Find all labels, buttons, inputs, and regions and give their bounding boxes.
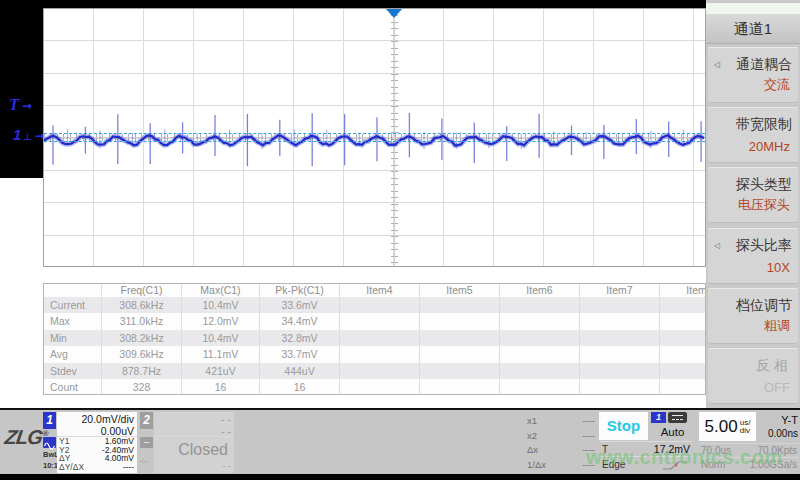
cursor-y2-line[interactable]: [44, 141, 705, 142]
stat-value-cell: 33.6mV: [260, 297, 340, 313]
stat-row-label: Stdev: [44, 363, 102, 379]
ch2-vdiv-placeholder: - -: [154, 412, 234, 425]
stat-value-cell: 444uV: [260, 363, 340, 379]
menu-item-2[interactable]: 带宽限制20MHz: [708, 107, 798, 163]
stat-value-cell: [660, 313, 706, 329]
stat-value-cell: [500, 363, 580, 379]
brand-text: ZLG: [4, 426, 44, 448]
stat-value-cell: [500, 313, 580, 329]
oscilloscope-screen: T→ 1⊥→ Freq(C1)Max(C1)Pk-Pk(C1)Item4Item…: [0, 0, 800, 480]
menu-item-label: 档位调节: [736, 297, 792, 315]
stat-value-cell: 421uV: [182, 363, 260, 379]
table-row: Stdev878.7Hz421uV444uV: [44, 363, 705, 379]
stat-value-cell: 328: [102, 379, 182, 395]
channel1-offset-marker[interactable]: 1⊥→: [13, 126, 45, 143]
stat-value-cell: [420, 313, 500, 329]
timebase-scale-box[interactable]: 5.00 us/div: [699, 412, 756, 441]
measurement-table-body: Current308.6kHz10.4mV33.6mVMax311.0kHz12…: [44, 297, 705, 395]
ch2-mini-flag: -:-: [140, 457, 147, 464]
x-cursor-row: Δx----: [527, 443, 595, 458]
display-mode: Y-T: [758, 414, 798, 426]
ch1-volts-per-div: 20.0mV/div: [57, 412, 137, 425]
ch1-cursor-row: ΔY/ΔX----: [57, 463, 137, 472]
timebase-scale: 5.00: [705, 417, 738, 437]
table-row: Min308.2kHz10.4mV32.8mV: [44, 330, 705, 346]
table-row: Avg309.6kHz11.1mV33.7mV: [44, 346, 705, 362]
menu-item-5[interactable]: 档位调节粗调: [708, 288, 798, 344]
measure-column-header[interactable]: Max(C1): [182, 284, 260, 297]
submenu-arrow-icon: ◁: [714, 60, 720, 69]
menu-item-label: 探头类型: [736, 176, 792, 194]
channel1-status[interactable]: 1 BwL 10:1 20.0mV/div 0.00uV Y11.60mVY2-…: [43, 412, 137, 473]
menu-item-value: 20MHz: [749, 139, 790, 154]
stat-value-cell: 16: [182, 379, 260, 395]
stat-row-label: Count: [44, 379, 102, 395]
stat-value-cell: [420, 297, 500, 313]
stat-value-cell: [340, 379, 420, 395]
measure-column-header[interactable]: Item8: [660, 284, 706, 297]
menu-item-value: 粗调: [764, 317, 790, 335]
trigger-level-letter: T: [9, 96, 19, 113]
measure-column-header[interactable]: Item7: [580, 284, 660, 297]
table-row: Current308.6kHz10.4mV33.6mV: [44, 297, 705, 313]
stat-value-cell: 311.0kHz: [102, 313, 182, 329]
stat-value-cell: 309.6kHz: [102, 346, 182, 362]
menu-title: 通道1: [706, 14, 800, 44]
trigger-coupling-icon: [668, 412, 687, 423]
channel2-badge: 2: [140, 412, 153, 429]
ch2-offset-placeholder: - -: [154, 425, 234, 437]
stat-value-cell: [660, 363, 706, 379]
timebase-unit-bottom: div: [740, 426, 750, 435]
menu-item-value: 10X: [767, 260, 790, 275]
stat-value-cell: 32.8mV: [260, 330, 340, 346]
measure-column-header[interactable]: Pk-Pk(C1): [260, 284, 340, 297]
menu-item-4[interactable]: ◁探头比率10X: [708, 228, 798, 284]
stat-value-cell: [660, 379, 706, 395]
menu-item-3[interactable]: 探头类型电压探头: [708, 167, 798, 223]
top-margin: [0, 0, 706, 8]
measure-column-header[interactable]: Freq(C1): [102, 284, 182, 297]
trigger-position-marker[interactable]: [386, 9, 402, 18]
run-stop-indicator[interactable]: Stop: [599, 412, 648, 440]
watermark: www.cntronics.com: [586, 446, 800, 469]
left-margin: [0, 8, 43, 178]
trigger-source-area[interactable]: 1 Auto: [651, 412, 694, 440]
ch2-bottom-placeholder: - -: [154, 461, 234, 471]
measurement-table: Freq(C1)Max(C1)Pk-Pk(C1)Item4Item5Item6I…: [43, 283, 706, 395]
x-cursor-readouts: x1----x2----Δx----1/Δx----: [527, 414, 595, 472]
menu-item-1[interactable]: ◁通道耦合交流: [708, 47, 798, 103]
channel2-status[interactable]: 2 – -:- - - - - Closed - -: [140, 412, 237, 473]
stat-value-cell: [580, 297, 660, 313]
stat-value-cell: 10.4mV: [182, 297, 260, 313]
measure-column-header[interactable]: Item5: [420, 284, 500, 297]
stat-value-cell: [340, 313, 420, 329]
measure-column-header[interactable]: Item4: [340, 284, 420, 297]
ch2-coupling-icon: –: [140, 437, 153, 448]
trigger-level-marker[interactable]: T→: [9, 96, 32, 114]
menu-item-value: 电压探头: [738, 196, 790, 214]
stat-value-cell: [500, 297, 580, 313]
measurement-table-header: Freq(C1)Max(C1)Pk-Pk(C1)Item4Item5Item6I…: [44, 284, 705, 297]
table-row: Count3281616: [44, 379, 705, 395]
bottom-margin: [0, 474, 800, 480]
submenu-arrow-icon: ◁: [714, 241, 720, 250]
stat-value-cell: [340, 330, 420, 346]
menu-item-label: 反相: [756, 357, 792, 375]
menu-item-6[interactable]: 反相OFF: [708, 348, 798, 404]
stat-value-cell: [660, 297, 706, 313]
stat-value-cell: 16: [260, 379, 340, 395]
menu-item-value: OFF: [764, 380, 790, 395]
stat-row-label: Current: [44, 297, 102, 313]
stat-value-cell: 878.7Hz: [102, 363, 182, 379]
measure-column-header[interactable]: Item6: [500, 284, 580, 297]
trigger-mode: Auto: [651, 426, 694, 438]
stat-value-cell: 11.1mV: [182, 346, 260, 362]
stat-value-cell: [500, 379, 580, 395]
x-cursor-row: x1----: [527, 414, 595, 429]
stat-value-cell: 33.7mV: [260, 346, 340, 362]
stat-row-label: Min: [44, 330, 102, 346]
waveform-display: [43, 8, 706, 267]
stat-value-cell: [420, 363, 500, 379]
table-row: Max311.0kHz12.0mV34.4mV: [44, 313, 705, 329]
menu-item-value: 交流: [764, 76, 790, 94]
